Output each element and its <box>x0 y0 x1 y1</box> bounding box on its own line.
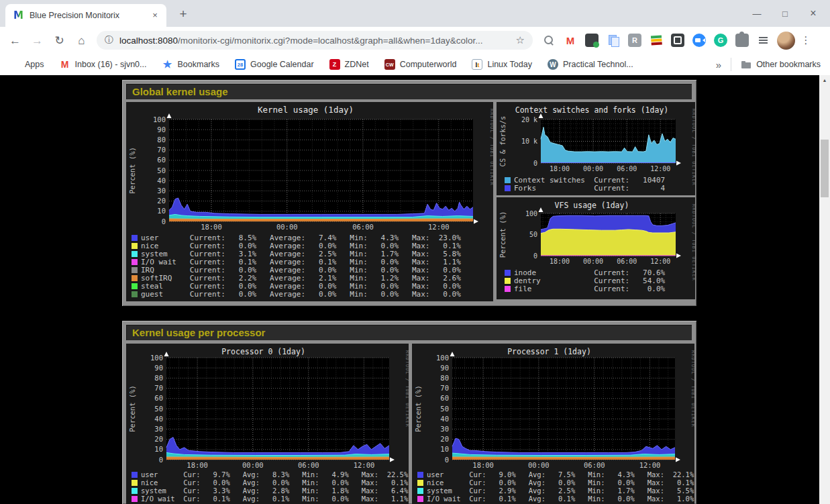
svg-text:RRDTOOL / TOBI OETIKER: RRDTOOL / TOBI OETIKER <box>690 350 694 427</box>
svg-text:12:00: 12:00 <box>650 258 670 265</box>
bookmarks-overflow-chevron[interactable]: » <box>716 59 721 70</box>
svg-text:VFS usage (1day): VFS usage (1day) <box>555 201 629 210</box>
svg-text:CS & forks/s: CS & forks/s <box>499 116 507 167</box>
legend-swatch-steal <box>132 283 138 289</box>
svg-text:0: 0 <box>159 456 163 464</box>
svg-text:Percent (%): Percent (%) <box>414 385 422 432</box>
new-tab-button[interactable]: + <box>174 6 192 23</box>
svg-text:40: 40 <box>154 415 163 423</box>
legend-row: Context switches Current: 10407 <box>505 176 665 184</box>
maximize-button[interactable]: □ <box>771 9 799 19</box>
other-bookmarks-button[interactable]: Other bookmarks <box>741 59 821 70</box>
svg-text:Processor 0 (1day): Processor 0 (1day) <box>221 347 305 356</box>
processor-0-graph[interactable]: 010203040506070809010018:0000:0006:0012:… <box>126 344 409 504</box>
svg-text:Percent (%): Percent (%) <box>499 211 507 258</box>
site-info-icon[interactable]: ⓘ <box>105 34 113 46</box>
legend-text: I/O wait Cur: 0.1% Avg: 0.1% Min: 0.0% M… <box>141 495 408 503</box>
legend-row: nice Cur: 0.0% Avg: 0.0% Min: 0.0% Max: … <box>417 478 694 487</box>
legend-swatch-forks <box>505 185 511 191</box>
books-extension-icon[interactable] <box>650 34 663 47</box>
monitorix-page: Global kernel usage 01020304050607080901… <box>0 75 819 504</box>
bookmark-star-icon[interactable]: ☆ <box>516 34 525 46</box>
bookmark-item-inbox[interactable]: M Inbox (16) - sjvn0... <box>60 59 147 70</box>
legend-row: steal Current: 0.0% Average: 0.0% Min: 0… <box>132 282 461 290</box>
svg-text:Processor 1 (1day): Processor 1 (1day) <box>507 347 591 356</box>
home-button[interactable]: ⌂ <box>70 30 93 52</box>
legend-swatch-i-o-wait <box>132 496 138 502</box>
section-title-global-kernel-usage: Global kernel usage <box>126 84 692 99</box>
minimize-button[interactable]: — <box>743 9 771 19</box>
svg-text:18:00: 18:00 <box>187 461 208 469</box>
bookmark-item-computerworld[interactable]: CW Computerworld <box>384 59 457 70</box>
svg-text:100: 100 <box>436 354 449 362</box>
menu-kebab-icon[interactable]: ⋮ <box>799 34 813 46</box>
calendar-icon: 28 <box>235 59 246 70</box>
svg-text:Kernel usage (1day): Kernel usage (1day) <box>258 105 354 115</box>
bookmark-item-zdnet[interactable]: Z ZDNet <box>329 59 369 70</box>
svg-text:06:00: 06:00 <box>352 223 374 231</box>
grammarly-extension-icon[interactable]: G <box>714 34 727 47</box>
legend-swatch-file <box>505 286 511 292</box>
svg-text:100: 100 <box>525 210 537 217</box>
legend-swatch-dentry <box>505 278 511 284</box>
svg-text:12:00: 12:00 <box>354 461 375 469</box>
processor-1-graph[interactable]: 010203040506070809010018:0000:0006:0012:… <box>412 344 694 504</box>
voice-extension-icon[interactable] <box>585 34 599 47</box>
reload-button[interactable]: ↻ <box>48 30 70 52</box>
legend-text: nice Cur: 0.0% Avg: 0.0% Min: 0.0% Max: … <box>427 478 694 487</box>
scrollbar-thumb[interactable] <box>821 140 829 197</box>
legend-swatch-nice <box>132 243 138 249</box>
browser-toolbar: ← → ↻ ⌂ ⓘ localhost:8080/monitorix-cgi/m… <box>0 27 830 54</box>
back-button[interactable]: ← <box>4 30 26 52</box>
gmail-icon: M <box>60 59 70 70</box>
r-extension-icon[interactable]: R <box>628 34 641 47</box>
svg-text:10: 10 <box>440 445 449 453</box>
url-text[interactable]: localhost:8080/monitorix-cgi/monitorix.c… <box>119 36 511 46</box>
legend-text: system Cur: 2.9% Avg: 2.5% Min: 1.7% Max… <box>427 487 694 495</box>
profile-avatar[interactable] <box>777 32 795 50</box>
bookmark-item-linux-today[interactable]: lt Linux Today <box>472 59 532 70</box>
legend-swatch-system <box>132 488 138 494</box>
tab-list-icon[interactable] <box>757 34 770 47</box>
legend-text: file Current: 0.0% <box>514 285 665 293</box>
window-controls: — □ × <box>743 0 827 27</box>
legend-swatch-softirq <box>132 275 138 281</box>
snippet-extension-icon[interactable] <box>671 34 684 47</box>
scrollbar-up-arrow[interactable]: ▲ <box>819 75 830 85</box>
legend-row: nice Cur: 0.0% Avg: 0.0% Min: 0.0% Max: … <box>132 478 408 487</box>
graph-legend: user Cur: 9.0% Avg: 7.5% Min: 4.3% Max: … <box>417 470 694 503</box>
svg-text:60: 60 <box>157 156 166 164</box>
legend-row: inode Current: 70.6% <box>505 268 665 276</box>
monitorix-favicon: M <box>13 9 23 21</box>
svg-text:00:00: 00:00 <box>583 165 603 172</box>
bookmark-label: Bookmarks <box>178 60 220 69</box>
bookmark-item-apps[interactable]: Apps <box>9 59 44 70</box>
svg-text:18:00: 18:00 <box>472 461 494 469</box>
page-scrollbar[interactable]: ▲ <box>819 75 830 504</box>
svg-text:00:00: 00:00 <box>528 461 550 469</box>
forward-button[interactable]: → <box>26 30 48 52</box>
close-button[interactable]: × <box>799 7 827 19</box>
svg-text:60: 60 <box>440 394 449 402</box>
bookmark-label: Practical Technol... <box>563 60 633 69</box>
svg-text:20: 20 <box>157 197 166 205</box>
gmail-extension-icon[interactable]: M <box>564 34 577 47</box>
tab-close-icon[interactable]: × <box>149 9 161 21</box>
context-switches-graph[interactable]: 010 k20 k18:0000:0006:0012:00Context swi… <box>497 102 695 195</box>
vfs-usage-graph[interactable]: 05010018:0000:0006:0012:00VFS usage (1da… <box>497 197 695 299</box>
copy-extension-icon[interactable] <box>607 34 620 47</box>
bookmark-item-bookmarks[interactable]: ★ Bookmarks <box>162 59 220 70</box>
address-bar[interactable]: ⓘ localhost:8080/monitorix-cgi/monitorix… <box>97 31 533 50</box>
legend-row: softIRQ Current: 2.2% Average: 2.1% Min:… <box>132 274 461 282</box>
bookmark-item-google-calendar[interactable]: 28 Google Calendar <box>235 59 314 70</box>
kernel-usage-graph[interactable]: 010203040506070809010018:0000:0006:0012:… <box>126 102 493 301</box>
search-icon[interactable] <box>542 34 556 47</box>
svg-text:RRDTOOL / TOBI OETIKER: RRDTOOL / TOBI OETIKER <box>691 204 695 281</box>
browser-tab[interactable]: M Blue Precision Monitorix × <box>5 4 166 27</box>
bookmark-item-practical-technology[interactable]: W Practical Technol... <box>548 59 633 70</box>
svg-text:Percent (%): Percent (%) <box>128 147 136 194</box>
bookmarks-divider <box>731 58 731 71</box>
zoom-extension-icon[interactable] <box>692 34 706 47</box>
extensions-puzzle-icon[interactable] <box>735 34 749 47</box>
graph-legend: inode Current: 70.6%dentry Current: 54.0… <box>505 268 665 293</box>
